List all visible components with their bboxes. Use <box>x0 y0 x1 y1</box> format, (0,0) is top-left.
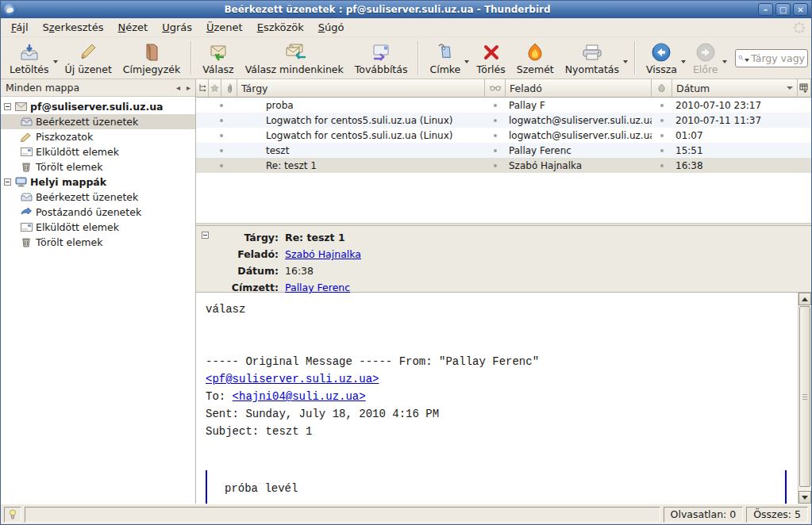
menu-file[interactable]: Fájl <box>4 19 36 36</box>
folder-item-local-inbox[interactable]: Beérkezett üzenetek <box>1 190 195 205</box>
sent-icon <box>20 147 33 158</box>
body-original-header: ----- Original Message ----- From: "Pall… <box>206 353 795 370</box>
read-dot-icon <box>660 119 664 122</box>
read-column-header[interactable] <box>485 79 506 98</box>
write-button[interactable]: Új üzenet <box>60 40 117 76</box>
scrollbar-thumb[interactable] <box>799 306 810 487</box>
message-row-4[interactable]: teszt Pallay Ferenc 15:51 <box>196 143 811 158</box>
menu-view[interactable]: Nézet <box>110 19 155 36</box>
reply-button[interactable]: Válasz <box>197 40 239 76</box>
message-row-5-selected[interactable]: Re: teszt 1 Szabó Hajnalka 16:38 <box>196 158 811 173</box>
folder-item-local-sent[interactable]: Elküldött elemek <box>1 220 195 235</box>
folder-view-back-arrow[interactable]: ◂ <box>176 83 180 92</box>
toolbar-separator <box>418 41 419 75</box>
attachment-icon <box>226 83 233 94</box>
thread-icon <box>198 83 206 93</box>
forward-arrow-icon <box>695 42 716 63</box>
collapse-expander-icon[interactable] <box>4 178 11 186</box>
folder-item-local-folders[interactable]: Helyi mappák <box>1 174 195 190</box>
body-scrollbar[interactable] <box>798 293 811 504</box>
attachment-column-header[interactable] <box>221 79 237 98</box>
printer-icon <box>581 42 603 63</box>
menu-message[interactable]: Üzenet <box>199 19 250 36</box>
menu-help[interactable]: Súgó <box>311 19 352 36</box>
collapse-expander-icon[interactable] <box>4 103 11 110</box>
message-row-2[interactable]: Logwatch for centos5.suli.uz.ua (Linux) … <box>196 113 811 128</box>
to-label: Címzett: <box>217 282 279 293</box>
forward-nav-dropdown[interactable] <box>722 60 727 63</box>
folder-tree: pf@suliserver.suli.uz.ua Beérkezett üzen… <box>1 97 195 504</box>
star-icon <box>210 84 219 93</box>
column-picker-button[interactable] <box>798 79 811 98</box>
back-button[interactable]: Vissza <box>641 40 683 76</box>
folder-item-drafts[interactable]: Piszkozatok <box>1 129 195 144</box>
mail-account-icon <box>14 102 27 113</box>
status-bar: Olvasatlan: 0 Összes: 5 <box>1 504 811 524</box>
thread-column-header[interactable] <box>196 79 209 98</box>
body-greeting: válasz <box>206 301 795 318</box>
forward-button[interactable]: Továbbítás <box>349 40 414 76</box>
folder-item-local-trash[interactable]: Törölt elemek <box>1 235 195 250</box>
print-button[interactable]: Nyomtatás <box>560 40 625 76</box>
close-button[interactable] <box>793 3 808 16</box>
folder-item-sent[interactable]: Elküldött elemek <box>1 144 195 159</box>
read-dot-icon <box>494 104 497 107</box>
date-column-header[interactable]: Dátum <box>672 79 798 98</box>
body-to-link[interactable]: <hajni04@suli.uz.ua> <box>233 390 366 403</box>
get-mail-icon <box>19 42 40 63</box>
column-picker-icon <box>799 83 809 93</box>
read-dot-icon <box>220 149 223 152</box>
tag-dropdown[interactable] <box>464 60 469 63</box>
body-from-link[interactable]: <pf@suliserver.suli.uz.ua> <box>206 373 379 385</box>
message-row-3[interactable]: Logwatch for centos5.suli.uz.ua (Linux) … <box>196 128 811 143</box>
reply-all-button[interactable]: Válasz mindenkinek <box>240 40 349 76</box>
delete-button[interactable]: Törlés <box>471 40 510 76</box>
subject-column-header[interactable]: Tárgy <box>237 79 485 98</box>
read-dot-icon <box>660 149 664 152</box>
print-dropdown[interactable] <box>623 60 628 63</box>
scroll-down-button[interactable] <box>799 491 811 504</box>
subject-label: Tárgy: <box>217 232 279 243</box>
from-link[interactable]: Szabó Hajnalka <box>285 248 361 260</box>
message-body: válasz ----- Original Message ----- From… <box>196 293 798 504</box>
maximize-button[interactable] <box>775 3 791 16</box>
read-dot-icon <box>660 104 664 107</box>
tag-icon <box>436 42 455 63</box>
folder-view-forward-arrow[interactable]: ▸ <box>187 83 190 92</box>
message-row-1[interactable]: proba Pallay F 2010-07-10 23:17 <box>196 98 811 113</box>
minimize-button[interactable] <box>758 3 773 16</box>
search-scope-dropdown[interactable] <box>745 59 749 62</box>
get-mail-button[interactable]: Letöltés <box>4 40 55 76</box>
write-pencil-icon <box>79 42 98 63</box>
window-title: Beérkezett üzenetek : pf@suliserver.suli… <box>17 4 758 15</box>
junk-column-header[interactable] <box>652 79 672 98</box>
drafts-pencil-icon <box>20 132 33 143</box>
menu-edit[interactable]: Szerkesztés <box>36 19 111 36</box>
tag-button[interactable]: Címke <box>424 40 466 76</box>
forward-nav-button[interactable]: Előre <box>687 40 724 76</box>
starred-column-header[interactable] <box>209 79 221 98</box>
reply-all-icon <box>283 42 306 63</box>
search-input[interactable]: Tárgy vagy <box>735 49 808 67</box>
folder-item-inbox[interactable]: Beérkezett üzenetek <box>1 114 195 129</box>
date-label: Dátum: <box>217 265 279 277</box>
get-mail-dropdown[interactable] <box>53 60 58 63</box>
to-link[interactable]: Pallay Ferenc <box>285 282 350 293</box>
quoted-message-block: próba levél <box>206 470 787 504</box>
menubar: Fájl Szerkesztés Nézet Ugrás Üzenet Eszk… <box>1 18 811 37</box>
read-dot-icon <box>494 164 497 167</box>
junk-flame-icon <box>658 83 665 93</box>
folder-item-account[interactable]: pf@suliserver.suli.uz.ua <box>1 99 195 114</box>
menu-tools[interactable]: Eszközök <box>250 19 311 36</box>
read-dot-icon <box>220 119 223 122</box>
menu-go[interactable]: Ugrás <box>155 19 199 36</box>
folder-item-trash[interactable]: Törölt elemek <box>1 159 195 174</box>
folder-item-outbox[interactable]: Postázandó üzenetek <box>1 205 195 220</box>
back-dropdown[interactable] <box>681 60 686 63</box>
sender-column-header[interactable]: Feladó <box>506 79 652 98</box>
titlebar: Beérkezett üzenetek : pf@suliserver.suli… <box>1 1 811 18</box>
header-collapse-icon[interactable] <box>202 232 209 239</box>
from-label: Feladó: <box>217 248 279 260</box>
junk-button[interactable]: Szemét <box>511 40 560 76</box>
address-book-button[interactable]: Címjegyzék <box>117 40 186 76</box>
